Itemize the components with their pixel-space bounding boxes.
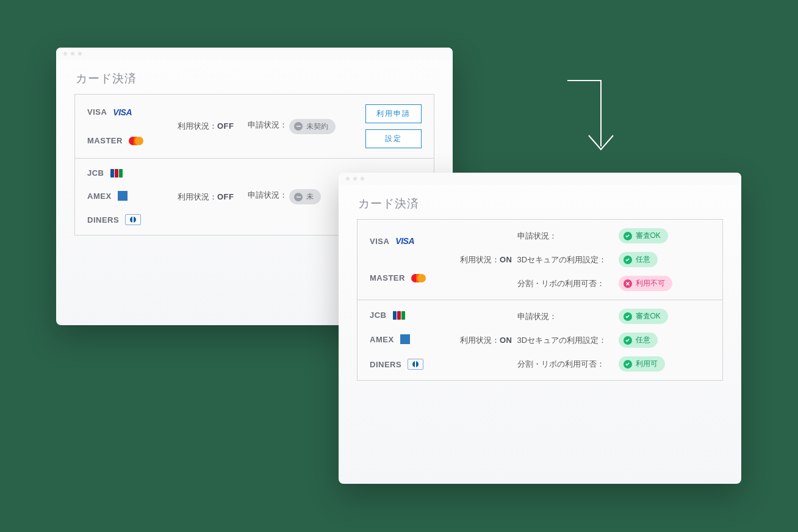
minus-circle-icon [294,122,303,131]
settings-button[interactable]: 設定 [365,129,422,148]
usage-label: 利用状況： [178,121,217,131]
card-section-visa-master: VISA VISA MASTER 利用状況：ON 申請状況： [358,220,722,300]
apply-button[interactable]: 利用申請 [365,104,422,123]
status-details: 申請状況： 審査OK 3Dセキュアの利用設定： 任意 分割・リボの利用可否： [517,300,723,380]
status-pill-approved: 審査OK [619,228,668,243]
apply-status-label: 申請状況： [248,190,287,200]
amex-logo-icon [400,334,410,344]
usage-status: 利用状況：OFF [178,121,234,132]
3dsecure-status-line: 3Dセキュアの利用設定： 任意 [517,332,712,348]
apply-status-line: 申請状況： 審査OK [517,309,712,324]
status-pill-text: 任意 [636,254,650,265]
window-control-dot [346,177,350,181]
brand-row-diners: DINERS [370,359,455,370]
usage-value: OFF [217,121,234,131]
usage-status: 利用状況：ON [460,254,512,265]
3dsecure-status-line: 3Dセキュアの利用設定： 任意 [517,252,712,267]
status-area: 利用状況：ON [455,220,517,300]
page-title: カード決済 [56,60,453,94]
brand-row-diners: DINERS [87,214,173,225]
usage-label: 利用状況： [178,192,217,201]
status-pill-text: 任意 [636,335,650,345]
visa-logo-icon: VISA [113,107,132,117]
usage-value: ON [500,336,512,345]
brand-list: JCB AMEX DINERS [75,159,173,235]
brand-name: AMEX [87,192,112,201]
usage-status: 利用状況：OFF [178,192,234,203]
window-titlebar [339,173,741,185]
installment-status-line: 分割・リボの利用可否： 利用可 [517,356,712,372]
status-pill-unavailable: 利用不可 [619,276,672,291]
check-circle-icon [624,336,632,345]
brand-row-master: MASTER [370,273,455,283]
status-label: 分割・リボの利用可否： [517,359,615,370]
status-label: 3Dセキュアの利用設定： [517,254,615,265]
status-pill-available: 利用可 [619,356,665,372]
action-buttons: 利用申請 設定 [365,95,434,158]
status-area: 利用状況：OFF 申請状況： 未 [173,159,326,235]
apply-status-value: 未 [306,192,314,202]
brand-row-amex: AMEX [370,334,455,344]
status-pill-text: 利用可 [636,359,658,369]
apply-status: 申請状況： 未 [248,189,322,204]
check-circle-icon [624,232,632,240]
jcb-logo-icon [110,169,123,178]
brand-name: DINERS [370,360,401,369]
brand-name: DINERS [87,215,119,225]
minus-circle-icon [294,193,303,201]
usage-status: 利用状況：ON [460,335,512,346]
status-pill-text: 審査OK [636,311,661,322]
mastercard-logo-icon [129,136,143,146]
brand-row-master: MASTER [87,136,173,146]
apply-status-value: 未契約 [306,121,328,132]
check-circle-icon [624,360,632,368]
window-control-dot [353,177,357,181]
card-section-visa-master: VISA VISA MASTER 利用状況：OFF 申請状況： 未契約 [75,95,434,159]
status-area: 利用状況：OFF 申請状況： 未契約 [173,95,340,158]
status-label: 申請状況： [517,231,615,242]
status-pill-optional: 任意 [619,332,658,348]
amex-logo-icon [118,191,128,201]
brand-name: AMEX [370,335,394,344]
brand-row-jcb: JCB [87,168,173,178]
brand-list: JCB AMEX DINERS [358,300,455,380]
visa-logo-icon: VISA [395,236,414,246]
diners-logo-icon [408,359,423,370]
brand-name: MASTER [87,136,123,145]
jcb-logo-icon [393,311,405,320]
status-pill-uncontracted: 未契約 [289,119,336,134]
status-pill-approved: 審査OK [619,309,668,324]
status-pill-uncontracted: 未 [289,189,321,204]
apply-status-line: 申請状況： 審査OK [517,228,712,243]
window-control-dot [361,177,364,181]
status-label: 3Dセキュアの利用設定： [517,335,615,346]
brand-list: VISA VISA MASTER [75,95,173,158]
apply-status-label: 申請状況： [248,120,287,129]
page-title: カード決済 [339,185,741,219]
status-label: 申請状況： [517,311,615,322]
status-label: 分割・リボの利用可否： [517,278,615,289]
brand-name: VISA [370,237,389,246]
status-pill-optional: 任意 [619,252,658,267]
usage-value: ON [500,255,512,264]
brand-name: VISA [87,107,107,117]
brand-name: MASTER [370,273,405,282]
brand-row-visa: VISA VISA [87,107,173,117]
installment-status-line: 分割・リボの利用可否： 利用不可 [517,276,712,291]
brand-row-visa: VISA VISA [370,236,455,246]
check-circle-icon [624,312,632,321]
card-settings-window-after: カード決済 VISA VISA MASTER 利用状況：ON [339,173,741,484]
card-section-jcb-amex-diners: JCB AMEX DINERS 利用状況：ON 申請状 [358,300,722,380]
status-pill-text: 審査OK [636,231,661,241]
status-pill-text: 利用不可 [636,278,665,289]
usage-value: OFF [217,192,234,201]
status-area: 利用状況：ON [455,300,517,380]
window-control-dot [63,52,67,56]
window-control-dot [71,52,74,56]
brand-row-amex: AMEX [87,191,173,201]
apply-status: 申請状況： 未契約 [248,119,336,134]
brand-name: JCB [87,168,104,178]
diners-logo-icon [125,214,141,225]
cross-circle-icon [624,279,632,288]
check-circle-icon [624,256,632,264]
